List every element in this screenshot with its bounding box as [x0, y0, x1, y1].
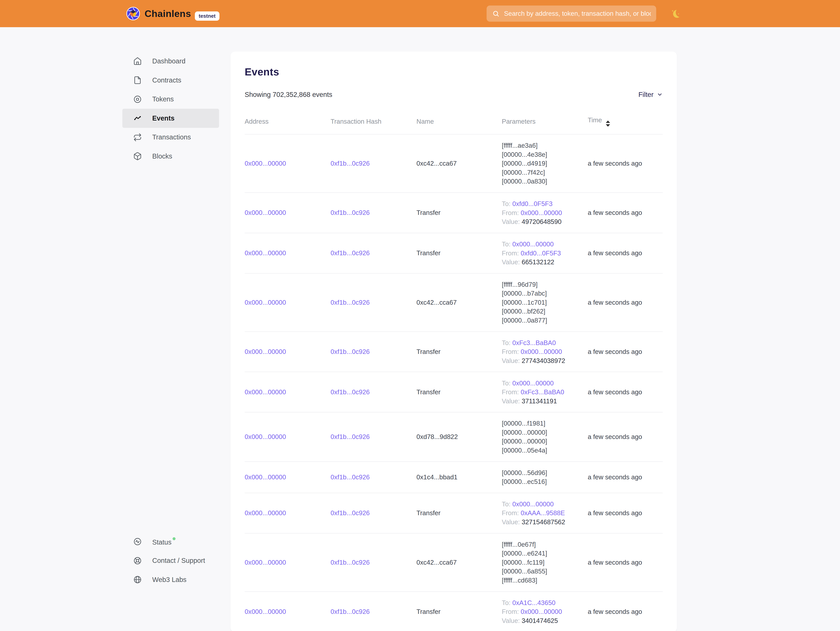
param-from: From: 0xAAA...9588E — [502, 508, 587, 517]
param-value-row: Value: 665132122 — [502, 257, 587, 267]
param-label: To: — [502, 200, 510, 207]
address-link[interactable]: 0x000...00000 — [245, 209, 286, 216]
address-link[interactable]: 0x000...00000 — [245, 249, 286, 257]
sort-icon[interactable] — [606, 120, 610, 127]
tx-hash-cell: 0xf1b...0c926 — [330, 533, 417, 592]
activity-icon — [133, 114, 142, 123]
param-value: 49720648590 — [522, 218, 562, 225]
param-value-row: Value: 3401474625 — [502, 616, 587, 625]
param-from: From: 0x000...00000 — [502, 347, 587, 356]
address-link[interactable]: 0x000...00000 — [245, 473, 286, 481]
table-row: 0x000...000000xf1b...0c9260x1c4...bbad1[… — [245, 462, 663, 493]
support-icon — [133, 556, 142, 565]
table-row: 0x000...000000xf1b...0c9260xc42...cca67[… — [245, 533, 663, 592]
param-to-link[interactable]: 0xFc3...BaBA0 — [512, 339, 556, 346]
tx-hash-link[interactable]: 0xf1b...0c926 — [330, 473, 370, 481]
tx-hash-cell: 0xf1b...0c926 — [330, 412, 417, 461]
param-to: To: 0xFc3...BaBA0 — [502, 338, 587, 347]
search-bar[interactable] — [486, 6, 656, 22]
tx-hash-link[interactable]: 0xf1b...0c926 — [330, 559, 370, 566]
param-to-link[interactable]: 0xfd0...0F5F3 — [512, 200, 553, 207]
address-cell: 0x000...00000 — [245, 412, 330, 461]
address-link[interactable]: 0x000...00000 — [245, 608, 286, 615]
param-from-link[interactable]: 0xFc3...BaBA0 — [521, 388, 564, 396]
topic-line: [00000...00000] — [502, 437, 587, 446]
chevron-down-icon — [657, 91, 663, 98]
parameters-cell: [fffff...ae3a6][00000...4e38e][00000...d… — [502, 134, 587, 192]
address-cell: 0x000...00000 — [245, 493, 330, 533]
sidebar-item-contact-support[interactable]: Contact / Support — [122, 551, 219, 570]
param-label: To: — [502, 240, 510, 248]
tx-hash-link[interactable]: 0xf1b...0c926 — [330, 348, 370, 355]
filter-button[interactable]: Filter — [638, 91, 663, 98]
sidebar-footer: Status Contact / Support Web3 Labs — [122, 532, 219, 589]
tx-hash-link[interactable]: 0xf1b...0c926 — [330, 388, 370, 396]
param-from-link[interactable]: 0xfd0...0F5F3 — [521, 249, 561, 257]
table-row: 0x000...000000xf1b...0c926TransferTo: 0x… — [245, 332, 663, 372]
event-name-cell: Transfer — [417, 332, 502, 372]
param-from: From: 0xFc3...BaBA0 — [502, 388, 587, 397]
moon-icon — [670, 9, 680, 19]
param-to-link[interactable]: 0x000...00000 — [512, 500, 554, 508]
topic-line: [00000...0a830] — [502, 177, 587, 186]
param-from-link[interactable]: 0xAAA...9588E — [521, 509, 565, 517]
tx-hash-cell: 0xf1b...0c926 — [330, 372, 417, 412]
param-value-row: Value: 327154687562 — [502, 517, 587, 527]
address-link[interactable]: 0x000...00000 — [245, 509, 286, 517]
topic-line: [fffff...0e67f] — [502, 540, 587, 549]
sidebar-item-transactions[interactable]: Transactions — [122, 128, 219, 147]
address-link[interactable]: 0x000...00000 — [245, 559, 286, 566]
column-header-address: Address — [245, 110, 330, 134]
tx-hash-link[interactable]: 0xf1b...0c926 — [330, 509, 370, 517]
param-from-link[interactable]: 0x000...00000 — [521, 348, 562, 355]
theme-toggle-button[interactable] — [670, 9, 680, 19]
brand[interactable]: Chainlens testnet — [126, 6, 219, 21]
events-count: Showing 702,352,868 events — [245, 91, 332, 98]
events-card: Events Showing 702,352,868 events Filter… — [231, 52, 677, 631]
address-cell: 0x000...00000 — [245, 273, 330, 332]
document-icon — [133, 76, 142, 85]
tx-hash-link[interactable]: 0xf1b...0c926 — [330, 160, 370, 167]
param-to: To: 0x000...00000 — [502, 240, 587, 249]
param-to-link[interactable]: 0x000...00000 — [512, 240, 554, 248]
tx-hash-link[interactable]: 0xf1b...0c926 — [330, 433, 370, 440]
param-from-link[interactable]: 0x000...00000 — [521, 209, 562, 216]
topic-line: [00000...0a877] — [502, 316, 587, 325]
param-to-link[interactable]: 0xA1C...43650 — [512, 599, 556, 606]
tx-hash-link[interactable]: 0xf1b...0c926 — [330, 209, 370, 216]
sidebar-item-tokens[interactable]: Tokens — [122, 90, 219, 109]
sidebar-item-status[interactable]: Status — [122, 532, 219, 551]
sidebar-item-label: Tokens — [152, 95, 174, 103]
address-link[interactable]: 0x000...00000 — [245, 348, 286, 355]
sidebar-item-events[interactable]: Events — [122, 109, 219, 128]
param-to-link[interactable]: 0x000...00000 — [512, 380, 554, 387]
param-value-row: Value: 3711341191 — [502, 397, 587, 406]
tx-hash-link[interactable]: 0xf1b...0c926 — [330, 299, 370, 306]
address-link[interactable]: 0x000...00000 — [245, 433, 286, 440]
sidebar-item-dashboard[interactable]: Dashboard — [122, 52, 219, 71]
column-header-time[interactable]: Time — [587, 110, 663, 134]
table-row: 0x000...000000xf1b...0c926TransferTo: 0x… — [245, 592, 663, 631]
topic-line: [00000...ec516] — [502, 477, 587, 486]
topic-line: [fffff...ae3a6] — [502, 141, 587, 150]
tx-hash-link[interactable]: 0xf1b...0c926 — [330, 249, 370, 257]
sidebar-item-label: Web3 Labs — [152, 576, 186, 584]
sidebar-item-label: Status — [152, 537, 175, 546]
parameters-cell: [00000...56d96][00000...ec516] — [502, 462, 587, 493]
address-link[interactable]: 0x000...00000 — [245, 388, 286, 396]
param-from-link[interactable]: 0x000...00000 — [521, 608, 562, 615]
tx-hash-link[interactable]: 0xf1b...0c926 — [330, 608, 370, 615]
tx-hash-cell: 0xf1b...0c926 — [330, 233, 417, 273]
page-title: Events — [245, 65, 663, 79]
sidebar-item-web3-labs[interactable]: Web3 Labs — [122, 570, 219, 589]
time-cell: a few seconds ago — [587, 372, 663, 412]
address-link[interactable]: 0x000...00000 — [245, 299, 286, 306]
time-cell: a few seconds ago — [587, 462, 663, 493]
address-link[interactable]: 0x000...00000 — [245, 160, 286, 167]
sidebar-item-contracts[interactable]: Contracts — [122, 71, 219, 90]
search-input[interactable] — [504, 10, 651, 17]
event-name-cell: 0xc42...cca67 — [417, 273, 502, 332]
search-icon — [492, 10, 500, 17]
sidebar-item-blocks[interactable]: Blocks — [122, 147, 219, 166]
param-label: To: — [502, 599, 510, 606]
